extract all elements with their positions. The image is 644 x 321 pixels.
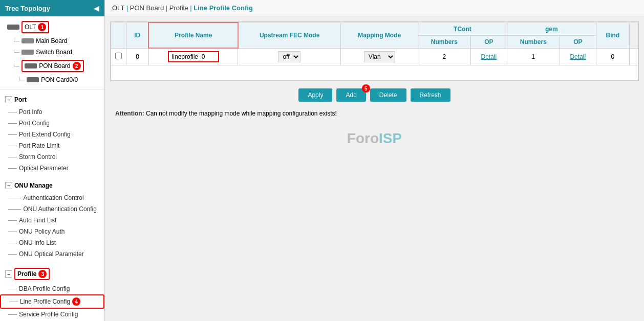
menu-item-line-profile[interactable]: ── Line Profile Config 4 [0, 294, 104, 309]
mainboard-label: Main Board [36, 37, 67, 44]
mapping-mode-select[interactable]: Vlan GEM TLont [364, 51, 395, 62]
ponboard-label-box: PON Board 2 [22, 60, 83, 72]
tree-item-mainboard[interactable]: └─ Main Board [0, 35, 104, 47]
button-row: Apply Add 5 Delete Refresh [110, 81, 639, 107]
port-group-header[interactable]: – Port [0, 93, 104, 106]
menu-item-onu-optical-param[interactable]: ──ONU Optical Parameter [0, 248, 104, 260]
th-tcont-op: OP [470, 35, 507, 48]
row-bind-number: 0 [596, 48, 629, 65]
refresh-button[interactable]: Refresh [411, 88, 450, 102]
row-checkbox-cell[interactable] [111, 48, 126, 65]
menu-item-port-info[interactable]: ──Port Info [0, 106, 104, 118]
port-collapse-icon[interactable]: – [5, 96, 12, 103]
row-id: 0 [126, 48, 149, 65]
th-mapping-mode: Mapping Mode [341, 22, 418, 48]
th-checkbox [111, 22, 126, 48]
menu-item-service-profile[interactable]: ──Service Profile Config [0, 309, 104, 320]
poncard-icon [27, 77, 39, 82]
menu-item-onu-policy-auth[interactable]: ──ONU Policy Auth [0, 226, 104, 237]
olt-icon [7, 25, 19, 30]
add-button-badge: 5 [362, 84, 370, 93]
poncard-label: PON Card0/0 [41, 76, 78, 83]
watermark-foro: Foro [347, 130, 379, 146]
row-tcont-numbers: 2 [418, 48, 470, 65]
th-tcont: TCont [418, 22, 507, 35]
attention-label: Attention: [115, 110, 144, 117]
th-profile-name: Profile Name [148, 22, 238, 48]
delete-button[interactable]: Delete [370, 88, 406, 102]
th-scroll [630, 22, 638, 48]
row-gem-numbers: 1 [507, 48, 560, 65]
breadcrumb-profile: Profile [169, 4, 188, 12]
menu-item-port-rate-limit[interactable]: ──Port Rate Limit [0, 140, 104, 151]
menu-item-port-extend-config[interactable]: ──Port Extend Config [0, 129, 104, 140]
th-gem: gem [507, 22, 596, 35]
olt-badge: 1 [38, 23, 46, 31]
profile-table-container: ID Profile Name Upstream FEC Mode Mappin… [110, 21, 639, 81]
profile-section-label: Profile [17, 270, 36, 278]
row-tcont-op[interactable]: Detail [470, 48, 507, 65]
tree-item-ponboard[interactable]: └─ PON Board 2 [0, 58, 104, 74]
gem-detail-link[interactable]: Detail [570, 53, 586, 60]
ponboard-label: PON Board [39, 62, 70, 70]
attention-notice: Attention: Can not modify the mapping mo… [110, 107, 639, 120]
mainboard-icon [22, 38, 34, 43]
profile-section-badge: 3 [38, 270, 47, 278]
th-tcont-numbers: Numbers [418, 35, 470, 48]
onu-manage-collapse-icon[interactable]: – [5, 182, 12, 189]
th-bind: Bind [596, 22, 629, 48]
content-body: ID Profile Name Upstream FEC Mode Mappin… [105, 16, 644, 321]
menu-item-auto-find-list[interactable]: ──Auto Find List [0, 215, 104, 226]
menu-item-auth-control[interactable]: ───Authentication Control [0, 192, 104, 203]
add-button[interactable]: Add [336, 88, 366, 102]
line-profile-badge: 4 [72, 297, 80, 306]
switchboard-label: Switch Board [36, 49, 72, 56]
ponboard-icon [25, 63, 37, 68]
profile-section-label-box: Profile 3 [14, 268, 50, 280]
onu-manage-group-header[interactable]: – ONU Manage [0, 179, 104, 192]
th-gem-op: OP [560, 35, 596, 48]
th-gem-numbers: Numbers [507, 35, 560, 48]
profile-collapse-icon[interactable]: – [5, 270, 12, 278]
profile-group-header[interactable]: – Profile 3 [0, 265, 104, 283]
sidebar: Tree Topology ◀ OLT 1 └─ Main Board └─ [0, 0, 105, 321]
sidebar-title: Tree Topology [5, 5, 50, 12]
profile-section: – Profile 3 ──DBA Profile Config ── Line… [0, 262, 104, 321]
breadcrumb-sep2: | [166, 4, 169, 12]
port-section-label: Port [14, 96, 27, 103]
olt-label: OLT [25, 24, 36, 31]
onu-manage-section-label: ONU Manage [14, 182, 53, 189]
menu-item-optical-parameter[interactable]: ──Optical Parameter [0, 163, 104, 174]
menu-item-storm-control[interactable]: ──Storm Control [0, 151, 104, 163]
breadcrumb: OLT | PON Board | Profile | Line Profile… [105, 0, 644, 16]
row-mapping-mode-cell: Vlan GEM TLont [341, 48, 418, 65]
profile-name-input[interactable] [168, 51, 219, 62]
sidebar-toggle-button[interactable]: ◀ [94, 4, 99, 12]
menu-item-dba-profile[interactable]: ──DBA Profile Config [0, 283, 104, 294]
th-upstream-fec-mode: Upstream FEC Mode [238, 22, 341, 48]
sidebar-header: Tree Topology ◀ [0, 0, 104, 16]
breadcrumb-sep1: | [126, 4, 130, 12]
menu-item-onu-info-list[interactable]: ──ONU Info List [0, 237, 104, 248]
breadcrumb-line-profile-config: Line Profile Config [194, 4, 253, 12]
th-id: ID [126, 22, 149, 48]
tree-item-switchboard[interactable]: └─ Switch Board [0, 47, 104, 58]
row-gem-op[interactable]: Detail [560, 48, 596, 65]
row-checkbox[interactable] [115, 53, 122, 59]
line-profile-label: Line Profile Config [20, 298, 70, 305]
tree-item-poncard[interactable]: └─ PON Card0/0 [0, 74, 104, 85]
row-profile-name-cell [148, 48, 238, 65]
tree-item-olt[interactable]: OLT 1 [0, 19, 104, 35]
content-area: OLT | PON Board | Profile | Line Profile… [105, 0, 644, 321]
menu-item-port-config[interactable]: ──Port Config [0, 118, 104, 129]
tcont-detail-link[interactable]: Detail [481, 53, 497, 60]
add-button-wrapper: Add 5 [336, 88, 366, 102]
menu-item-onu-auth-config[interactable]: ───ONU Authentication Config [0, 203, 104, 215]
watermark: ForoISP [110, 120, 639, 157]
fec-mode-select[interactable]: off on [278, 51, 300, 62]
olt-label-box: OLT 1 [22, 21, 49, 33]
tree-section: OLT 1 └─ Main Board └─ Switch Board └─ [0, 16, 104, 88]
port-section: – Port ──Port Info ──Port Config ──Port … [0, 90, 104, 176]
apply-button[interactable]: Apply [298, 88, 332, 102]
row-scroll-spacer [630, 48, 638, 65]
